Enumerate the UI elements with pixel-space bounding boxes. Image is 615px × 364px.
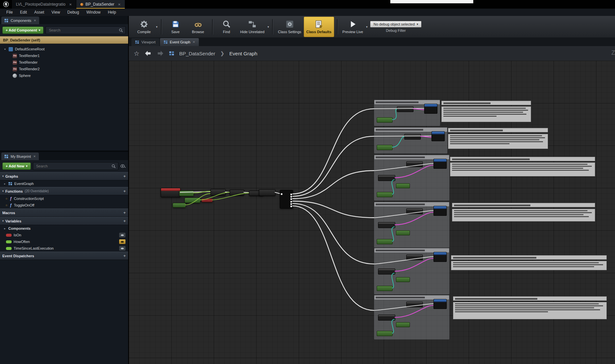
exec-pin[interactable] [290, 206, 292, 207]
close-icon[interactable]: ✕ [33, 155, 36, 158]
component-row-textrender2[interactable]: Aa TextRender2 [0, 66, 128, 72]
exec-pin[interactable] [290, 198, 292, 200]
breadcrumb-root[interactable]: BP_DataSender [179, 51, 215, 56]
event-node[interactable] [161, 188, 181, 197]
exec-pin[interactable] [290, 194, 292, 195]
row-variable-timesincelastexecution[interactable]: TimeSinceLastExecution [0, 245, 128, 252]
pure-node[interactable] [377, 145, 393, 150]
struct-node[interactable] [378, 175, 395, 181]
function-node[interactable] [230, 190, 244, 196]
add-variable-icon[interactable]: + [123, 218, 126, 223]
section-graphs[interactable]: ▾ Graphs + [0, 172, 128, 180]
comment-text-bar[interactable] [441, 101, 531, 105]
comment-text-block[interactable] [452, 209, 595, 221]
components-search-input[interactable] [48, 28, 119, 32]
function-call-node[interactable] [424, 104, 437, 114]
comment-text-bar[interactable] [451, 255, 607, 260]
section-functions[interactable]: ▾ Functions (20 Overridable) + [0, 187, 128, 195]
add-dispatcher-icon[interactable]: + [123, 253, 126, 258]
pure-node[interactable] [179, 191, 194, 196]
pure-node[interactable] [396, 183, 410, 188]
pure-node[interactable] [396, 277, 410, 282]
asset-tab-level[interactable]: LVL_PixotopeDataIntegratio ✕ [12, 0, 76, 9]
section-macros[interactable]: Macros + [0, 209, 128, 217]
pure-node[interactable] [377, 117, 393, 123]
pure-node[interactable] [377, 286, 393, 291]
comment-text-block[interactable] [448, 134, 548, 149]
function-call-node[interactable] [433, 159, 447, 169]
getter-node[interactable] [406, 209, 423, 214]
pure-node[interactable] [377, 331, 393, 336]
comment-text-bar[interactable] [448, 128, 548, 132]
menu-window[interactable]: Window [83, 10, 104, 15]
component-row-textrender1[interactable]: Aa TextRender1 [0, 52, 128, 59]
exec-pin[interactable] [290, 201, 292, 203]
comment-text-block[interactable] [441, 106, 531, 122]
class-settings-button[interactable]: Class Settings [275, 17, 303, 37]
eye-open-icon[interactable] [119, 239, 125, 244]
variable-node[interactable] [201, 199, 213, 202]
row-variable-ison[interactable]: IsOn [0, 232, 128, 238]
getter-node[interactable] [406, 302, 423, 307]
back-arrow-icon[interactable] [144, 50, 152, 56]
comment-text-block[interactable] [453, 302, 607, 319]
row-constructionscript[interactable]: ☆ ƒ ConstructionScript [0, 195, 128, 202]
comment-text-block[interactable] [450, 162, 595, 176]
close-icon[interactable]: ✕ [118, 3, 120, 6]
getter-node[interactable] [406, 255, 423, 260]
row-toggleonoff[interactable]: ☆ ƒ ToggleOnOff [0, 202, 128, 209]
getter-node[interactable] [404, 134, 421, 140]
section-variables[interactable]: ▾ Variables + [0, 217, 128, 225]
find-button[interactable]: Find [215, 17, 238, 37]
section-event-dispatchers[interactable]: Event Dispatchers + [0, 252, 128, 260]
my-blueprint-search-input[interactable] [36, 164, 112, 168]
hide-unrelated-button[interactable]: Hide Unrelated [238, 17, 267, 37]
add-graph-icon[interactable]: + [123, 174, 126, 179]
menu-help[interactable]: Help [104, 10, 120, 15]
struct-node[interactable] [378, 315, 395, 321]
event-graph-canvas[interactable] [129, 61, 615, 364]
collapse-icon[interactable]: ▾ [2, 190, 4, 193]
chevron-down-icon[interactable]: ▾ [366, 25, 368, 29]
tab-components[interactable]: Components ✕ [1, 17, 39, 24]
row-variable-group-components[interactable]: ▸ Components [0, 225, 128, 232]
eye-closed-icon[interactable] [119, 233, 125, 237]
pure-node[interactable] [377, 239, 393, 244]
function-call-node[interactable] [433, 299, 447, 309]
row-eventgraph[interactable]: ▸ EventGraph [0, 180, 128, 187]
collapse-icon[interactable]: ▾ [2, 175, 4, 178]
function-node[interactable] [259, 189, 275, 196]
expander-icon[interactable]: ▾ [3, 48, 7, 51]
add-function-icon[interactable]: + [123, 189, 126, 194]
tab-event-graph[interactable]: Event Graph ✕ [160, 38, 199, 46]
add-macro-icon[interactable]: + [123, 210, 126, 215]
close-icon[interactable]: ✕ [192, 40, 195, 44]
comment-text-bar[interactable] [450, 157, 595, 161]
menu-view[interactable]: View [48, 10, 64, 15]
close-icon[interactable]: ✕ [34, 19, 36, 22]
compile-button[interactable]: Compile [133, 17, 155, 37]
function-call-node[interactable] [431, 131, 445, 141]
menu-file[interactable]: File [3, 10, 16, 15]
bookmark-star-icon[interactable]: ☆ [134, 50, 139, 57]
sequence-node[interactable] [280, 190, 293, 209]
pure-node[interactable] [396, 230, 410, 235]
class-defaults-button[interactable]: Class Defaults [304, 17, 334, 37]
exec-pin[interactable] [290, 196, 292, 198]
row-variable-howoften[interactable]: HowOften [0, 238, 128, 245]
pure-node[interactable] [396, 322, 410, 327]
collapse-icon[interactable]: ▾ [2, 219, 4, 222]
pure-node[interactable] [377, 192, 393, 197]
struct-node[interactable] [378, 269, 395, 274]
preview-live-button[interactable]: Preview Live [340, 17, 365, 37]
visibility-filter-icon[interactable] [120, 164, 126, 168]
struct-node[interactable] [378, 222, 395, 228]
browse-button[interactable]: Browse [187, 17, 209, 37]
tab-my-blueprint[interactable]: My Blueprint ✕ [1, 152, 39, 160]
function-call-node[interactable] [433, 206, 447, 216]
tab-viewport[interactable]: Viewport [131, 38, 159, 46]
component-row-scene-root[interactable]: ▾ DefaultSceneRoot [0, 46, 128, 52]
menu-debug[interactable]: Debug [64, 10, 83, 15]
component-self-row[interactable]: BP_DataSender (self) [0, 36, 128, 44]
chevron-down-icon[interactable]: ▾ [268, 25, 269, 29]
